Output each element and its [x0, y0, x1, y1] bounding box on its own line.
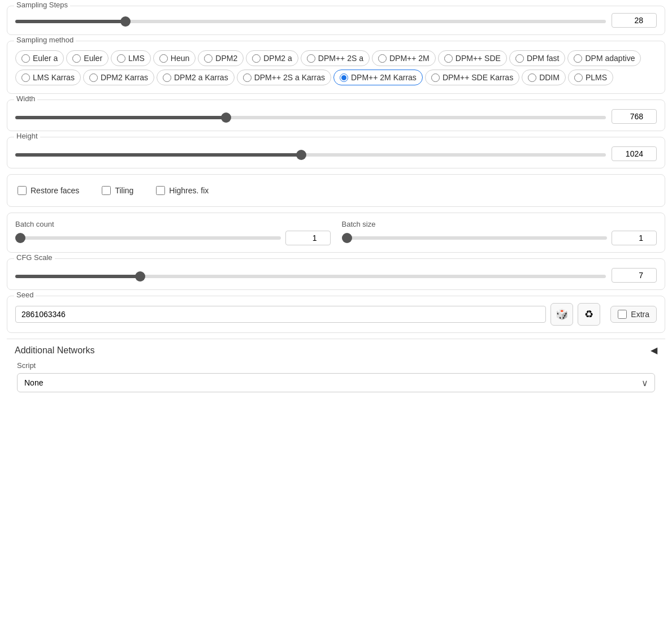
sampling-method-radio-dpmpp_2s_a_karras[interactable] — [243, 73, 252, 82]
sampling-method-radio-ddim[interactable] — [528, 73, 536, 82]
sampling-method-option-label-ddim: DDIM — [539, 73, 560, 82]
sampling-method-option-euler_a[interactable]: Euler a — [15, 50, 64, 66]
sampling-method-radio-dpm_fast[interactable] — [515, 54, 524, 63]
additional-networks-arrow[interactable]: ◀ — [651, 345, 657, 356]
sampling-steps-section: Sampling Steps — [7, 6, 665, 35]
width-section: Width — [7, 99, 665, 131]
sampling-method-option-label-dpmpp_2s_a_karras: DPM++ 2S a Karras — [254, 73, 325, 82]
sampling-method-radio-lms[interactable] — [117, 54, 125, 63]
batch-section: Batch count Batch size — [7, 213, 665, 253]
sampling-method-radio-dpm2[interactable] — [204, 54, 213, 63]
sampling-method-option-dpm_adaptive[interactable]: DPM adaptive — [567, 50, 641, 66]
extra-item[interactable]: Extra — [610, 306, 657, 323]
width-row — [15, 109, 657, 124]
cfg-scale-slider-container — [15, 271, 606, 280]
sampling-method-label: Sampling method — [14, 36, 76, 44]
sampling-method-option-label-euler: Euler — [84, 54, 102, 63]
sampling-method-option-dpmpp_2s_a[interactable]: DPM++ 2S a — [301, 50, 370, 66]
sampling-method-option-plms[interactable]: PLMS — [568, 70, 613, 85]
sampling-method-option-dpm2_a_karras[interactable]: DPM2 a Karras — [157, 70, 235, 85]
extra-checkbox[interactable] — [618, 310, 627, 319]
cfg-scale-label: CFG Scale — [14, 253, 55, 262]
main-container: Sampling Steps Sampling method Euler aEu… — [0, 0, 672, 404]
sampling-method-radio-lms_karras[interactable] — [21, 73, 30, 82]
sampling-method-option-heun[interactable]: Heun — [153, 50, 196, 66]
batch-size-half: Batch size — [342, 220, 657, 245]
batch-count-label: Batch count — [15, 220, 331, 228]
sampling-method-option-ddim[interactable]: DDIM — [522, 70, 566, 85]
height-row — [15, 146, 657, 161]
sampling-method-radio-dpmpp_sde[interactable] — [444, 54, 453, 63]
batch-count-value[interactable] — [285, 231, 331, 245]
sampling-method-option-dpmpp_2m[interactable]: DPM++ 2M — [372, 50, 436, 66]
batch-count-slider-row — [15, 231, 331, 245]
sampling-method-radio-plms[interactable] — [574, 73, 583, 82]
cfg-scale-slider[interactable] — [15, 275, 606, 278]
dice-button[interactable]: 🎲 — [550, 303, 573, 326]
cfg-scale-section: CFG Scale — [7, 258, 665, 290]
sampling-method-radio-dpm2_a[interactable] — [252, 54, 261, 63]
sampling-method-radio-dpm2_karras[interactable] — [89, 73, 98, 82]
sampling-method-radio-euler_a[interactable] — [21, 54, 30, 63]
height-slider[interactable] — [15, 153, 606, 157]
sampling-steps-row — [15, 13, 657, 28]
sampling-method-radio-dpmpp_2s_a[interactable] — [307, 54, 315, 63]
sampling-method-option-label-dpm2: DPM2 — [215, 54, 237, 63]
sampling-method-option-dpmpp_2s_a_karras[interactable]: DPM++ 2S a Karras — [237, 70, 331, 85]
sampling-method-option-dpm2_karras[interactable]: DPM2 Karras — [83, 70, 154, 85]
sampling-method-radio-dpm2_a_karras[interactable] — [163, 73, 171, 82]
sampling-method-option-dpm_fast[interactable]: DPM fast — [509, 50, 566, 66]
sampling-method-option-label-dpmpp_sde_karras: DPM++ SDE Karras — [443, 73, 513, 82]
script-select-wrapper: None — [17, 373, 655, 392]
highres-fix-item[interactable]: Highres. fix — [156, 186, 209, 195]
batch-size-label: Batch size — [342, 220, 657, 228]
sampling-method-radio-dpmpp_2m[interactable] — [378, 54, 387, 63]
sampling-method-option-lms[interactable]: LMS — [111, 50, 151, 66]
height-value[interactable] — [612, 146, 657, 161]
batch-count-half: Batch count — [15, 220, 331, 245]
sampling-method-option-dpmpp_sde_karras[interactable]: DPM++ SDE Karras — [425, 70, 519, 85]
sampling-method-option-dpmpp_sde[interactable]: DPM++ SDE — [438, 50, 507, 66]
tiling-checkbox[interactable] — [102, 186, 111, 195]
sampling-method-option-dpmpp_2m_karras[interactable]: DPM++ 2M Karras — [333, 70, 423, 85]
sampling-method-option-euler[interactable]: Euler — [66, 50, 109, 66]
sampling-method-option-label-lms: LMS — [128, 54, 145, 63]
sampling-steps-label: Sampling Steps — [14, 1, 70, 9]
sampling-method-radio-dpm_adaptive[interactable] — [574, 54, 582, 63]
height-section: Height — [7, 137, 665, 168]
recycle-button[interactable]: ♻ — [578, 303, 600, 326]
cfg-scale-value[interactable] — [612, 268, 657, 283]
seed-label: Seed — [14, 291, 36, 299]
highres-fix-checkbox[interactable] — [156, 186, 165, 195]
sampling-method-option-dpm2_a[interactable]: DPM2 a — [246, 50, 298, 66]
seed-section: Seed 🎲 ♻ Extra — [7, 296, 665, 333]
width-slider[interactable] — [15, 116, 606, 119]
sampling-method-radio-heun[interactable] — [159, 54, 168, 63]
sampling-method-radio-dpmpp_2m_karras[interactable] — [340, 73, 348, 82]
sampling-method-radio-dpmpp_sde_karras[interactable] — [431, 73, 440, 82]
sampling-steps-slider[interactable] — [15, 20, 606, 23]
sampling-method-option-label-euler_a: Euler a — [33, 54, 58, 63]
sampling-method-grid: Euler aEulerLMSHeunDPM2DPM2 aDPM++ 2S aD… — [15, 50, 657, 85]
batch-size-value[interactable] — [612, 231, 657, 245]
additional-networks-title: Additional Networks — [15, 345, 94, 356]
batch-size-slider[interactable] — [342, 236, 608, 240]
sampling-steps-value[interactable] — [612, 13, 657, 28]
width-slider-container — [15, 112, 606, 121]
sampling-method-option-lms_karras[interactable]: LMS Karras — [15, 70, 81, 85]
checkbox-row: Restore faces Tiling Highres. fix — [15, 181, 657, 200]
width-value[interactable] — [612, 109, 657, 124]
script-label: Script — [17, 361, 655, 370]
cfg-scale-row — [15, 268, 657, 283]
sampling-method-option-label-dpm2_a: DPM2 a — [263, 54, 292, 63]
restore-faces-checkbox[interactable] — [18, 186, 27, 195]
sampling-method-option-label-dpm_adaptive: DPM adaptive — [585, 54, 635, 63]
sampling-method-option-label-heun: Heun — [171, 54, 189, 63]
sampling-method-option-dpm2[interactable]: DPM2 — [198, 50, 244, 66]
restore-faces-item[interactable]: Restore faces — [18, 186, 79, 195]
tiling-item[interactable]: Tiling — [102, 186, 133, 195]
sampling-method-radio-euler[interactable] — [72, 54, 81, 63]
seed-input[interactable] — [15, 306, 546, 323]
script-select[interactable]: None — [17, 373, 655, 392]
batch-count-slider[interactable] — [15, 236, 281, 240]
